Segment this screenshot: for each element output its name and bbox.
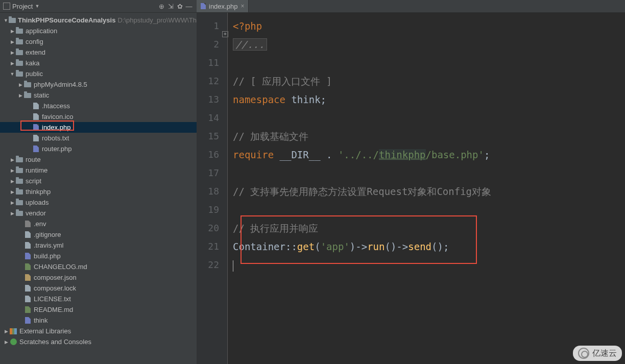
chevron-right-icon: ▶ xyxy=(9,29,15,34)
line-number[interactable]: 2 xyxy=(197,35,219,54)
tree-item-changelog-md[interactable]: ▶CHANGELOG.md xyxy=(0,261,197,272)
php-file-icon xyxy=(201,3,206,9)
settings-icon[interactable]: ✿ xyxy=(175,2,184,11)
line-number[interactable]: 16 xyxy=(197,145,219,164)
line-number[interactable]: 20 xyxy=(197,219,219,237)
tree-item-composer-lock[interactable]: ▶composer.lock xyxy=(0,283,197,294)
tree-item-public[interactable]: ▼public xyxy=(0,68,197,79)
code-area[interactable]: <?php //... // [ 应用入口文件 ] namespace thin… xyxy=(227,13,625,364)
close-icon[interactable]: × xyxy=(241,3,244,10)
line-number[interactable]: 12 xyxy=(197,72,219,90)
line-number[interactable]: 22 xyxy=(197,256,219,274)
locate-icon[interactable]: ⊕ xyxy=(157,2,166,11)
tree-item-route[interactable]: ▶route xyxy=(0,154,197,165)
code-line xyxy=(233,256,625,274)
tree-item-script[interactable]: ▶script xyxy=(0,176,197,186)
tree-item-phpmyadmin4-8-5[interactable]: ▶phpMyAdmin4.8.5 xyxy=(0,79,197,90)
tab-index-php[interactable]: index.php × xyxy=(197,0,249,12)
project-tree: ▼ ThinkPHPSourceCodeAnalysis D:\phpstudy… xyxy=(0,13,197,347)
line-number[interactable]: 15 xyxy=(197,127,219,145)
tree-item-runtime[interactable]: ▶runtime xyxy=(0,165,197,176)
tree-item-label: extend xyxy=(26,48,45,56)
line-number[interactable]: 13 xyxy=(197,90,219,109)
tree-item-index-php[interactable]: ▶index.php xyxy=(0,122,197,133)
tree-item-license-txt[interactable]: ▶LICENSE.txt xyxy=(0,294,197,304)
tree-item-composer-json[interactable]: ▶composer.json xyxy=(0,272,197,283)
tree-item-label: script xyxy=(26,177,41,185)
tree-item-label: phpMyAdmin4.8.5 xyxy=(34,81,87,88)
tree-item-extend[interactable]: ▶extend xyxy=(0,47,197,58)
code-line: // [ 应用入口文件 ] xyxy=(233,72,625,90)
scratches-consoles[interactable]: ▶ Scratches and Consoles xyxy=(0,336,197,347)
chevron-right-icon: ▶ xyxy=(9,168,15,173)
code-line: Container::get('app')->run()->send(); xyxy=(233,237,625,256)
editor-pane: index.php × 12111213141516171819202122 +… xyxy=(197,0,625,364)
root-path: D:\phpstudy_pro\WWW\Th xyxy=(117,16,197,24)
expand-icon[interactable]: ⇲ xyxy=(166,2,175,11)
line-number[interactable]: 14 xyxy=(197,109,219,127)
tree-item-vendor[interactable]: ▶vendor xyxy=(0,208,197,219)
code-line: namespace think; xyxy=(233,90,625,109)
tree-item-label: robots.txt xyxy=(42,134,69,142)
code-line: // 加载基础文件 xyxy=(233,127,625,145)
tree-item-label: uploads xyxy=(26,199,49,206)
root-name: ThinkPHPSourceCodeAnalysis xyxy=(18,16,115,24)
tree-item-label: router.php xyxy=(42,145,72,153)
project-view-selector[interactable]: Project ▼ xyxy=(3,3,39,10)
folder-icon xyxy=(15,70,23,78)
tree-item-uploads[interactable]: ▶uploads xyxy=(0,197,197,208)
code-line xyxy=(233,201,625,219)
txt-file-icon xyxy=(23,285,32,292)
line-number[interactable]: 17 xyxy=(197,164,219,182)
tree-item-build-php[interactable]: ▶build.php xyxy=(0,251,197,261)
chevron-down-icon: ▼ xyxy=(3,18,9,23)
chevron-right-icon: ▶ xyxy=(9,50,15,55)
tree-item-thinkphp[interactable]: ▶thinkphp xyxy=(0,186,197,197)
php-file-icon xyxy=(32,145,40,153)
folder-icon xyxy=(15,178,23,185)
tree-item-label: public xyxy=(26,70,43,78)
tree-item-label: vendor xyxy=(26,209,46,217)
editor-tabs: index.php × xyxy=(197,0,625,13)
tree-item-label: application xyxy=(26,27,57,35)
line-number[interactable]: 11 xyxy=(197,54,219,72)
code-line: //... xyxy=(233,35,625,54)
chevron-right-icon: ▶ xyxy=(17,82,23,87)
txt-file-icon xyxy=(32,103,40,110)
line-number[interactable]: 18 xyxy=(197,182,219,201)
tree-item-application[interactable]: ▶application xyxy=(0,26,197,36)
tree-item-kaka[interactable]: ▶kaka xyxy=(0,58,197,68)
folder-icon xyxy=(15,210,23,217)
chevron-right-icon: ▶ xyxy=(9,179,15,184)
code-line: // 执行应用并响应 xyxy=(233,219,625,237)
scratches-icon xyxy=(9,338,17,346)
project-icon xyxy=(3,3,10,10)
tree-item-router-php[interactable]: ▶router.php xyxy=(0,143,197,154)
tree-item-favicon-ico[interactable]: ▶favicon.ico xyxy=(0,111,197,122)
gutter[interactable]: 12111213141516171819202122 xyxy=(197,13,227,364)
chevron-down-icon: ▼ xyxy=(35,4,39,9)
minimize-icon[interactable]: — xyxy=(184,2,194,11)
tree-item--travis-yml[interactable]: ▶.travis.yml xyxy=(0,240,197,251)
tree-item--htaccess[interactable]: ▶.htaccess xyxy=(0,101,197,111)
external-libraries[interactable]: ▶ External Libraries xyxy=(0,326,197,336)
tree-item-label: LICENSE.txt xyxy=(34,295,71,303)
tree-item--env[interactable]: ▶.env xyxy=(0,219,197,229)
folder-icon xyxy=(15,167,23,174)
tree-item-label: .gitignore xyxy=(34,231,61,238)
folder-icon xyxy=(15,188,23,196)
project-root[interactable]: ▼ ThinkPHPSourceCodeAnalysis D:\phpstudy… xyxy=(0,15,197,26)
tree-item-robots-txt[interactable]: ▶robots.txt xyxy=(0,133,197,143)
folder-icon xyxy=(15,28,23,35)
tree-item--gitignore[interactable]: ▶.gitignore xyxy=(0,229,197,240)
project-title: Project xyxy=(12,3,33,10)
tree-item-config[interactable]: ▶config xyxy=(0,36,197,47)
line-number[interactable]: 19 xyxy=(197,201,219,219)
tree-item-think[interactable]: ▶think xyxy=(0,315,197,326)
line-number[interactable]: 1 xyxy=(197,17,219,35)
line-number[interactable]: 21 xyxy=(197,237,219,256)
folder-icon xyxy=(9,17,16,24)
chevron-down-icon: ▼ xyxy=(9,71,15,77)
tree-item-static[interactable]: ▶static xyxy=(0,90,197,101)
tree-item-readme-md[interactable]: ▶README.md xyxy=(0,304,197,315)
